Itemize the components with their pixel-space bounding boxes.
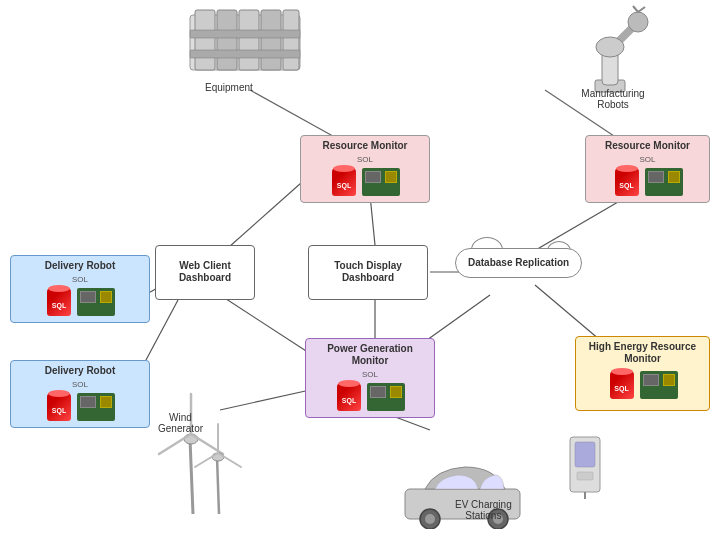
ev-car-image	[400, 459, 530, 534]
svg-line-29	[190, 439, 193, 514]
board-icon-dr1	[77, 288, 115, 316]
sql-cylinder-rm-center: SQL	[332, 168, 356, 196]
delivery-robot-1-components: SQL	[45, 286, 115, 318]
robot-arm-image	[540, 5, 660, 95]
svg-line-9	[535, 285, 600, 340]
resource-monitor-center-sol: SOL	[357, 155, 373, 164]
touch-display-box: Touch Display Dashboard	[308, 245, 428, 300]
board-icon-he	[640, 371, 678, 399]
sql-text-he: SQL	[614, 385, 628, 392]
ev-charging-label: EV ChargingStations	[455, 499, 512, 521]
svg-point-35	[212, 453, 224, 461]
svg-line-27	[633, 6, 638, 12]
sql-icon-rm-right: SQL	[613, 166, 641, 198]
web-client-box: Web Client Dashboard	[155, 245, 255, 300]
sql-icon-dr1: SQL	[45, 286, 73, 318]
svg-point-25	[628, 12, 648, 32]
high-energy-label: High Energy Resource Monitor	[580, 341, 705, 365]
wind-generator-image	[155, 389, 245, 519]
charging-station-image	[565, 427, 610, 509]
svg-point-28	[596, 37, 624, 57]
sql-icon-dr2: SQL	[45, 391, 73, 423]
svg-rect-15	[195, 10, 215, 70]
wind-generator-label: WindGenerator	[158, 412, 203, 434]
resource-monitor-center-label: Resource Monitor	[322, 140, 407, 152]
delivery-robot-2-box: Delivery Robot SOL SQL	[10, 360, 150, 428]
resource-monitor-center-box: Resource Monitor SOL SQL	[300, 135, 430, 203]
sql-text-dr1: SQL	[52, 302, 66, 309]
svg-line-33	[159, 434, 191, 454]
board-icon-dr2	[77, 393, 115, 421]
svg-point-30	[184, 434, 198, 444]
diagram-container: Equipment ManufacturingRobots Resource M…	[0, 0, 720, 559]
delivery-robot-1-box: Delivery Robot SOL SQL	[10, 255, 150, 323]
svg-line-34	[217, 457, 219, 514]
sql-cylinder-dr1: SQL	[47, 288, 71, 316]
database-replication-shape: Database Replication	[455, 248, 582, 278]
svg-point-41	[425, 514, 435, 524]
sql-cylinder-he: SQL	[610, 371, 634, 399]
power-generation-sol: SOL	[362, 370, 378, 379]
sql-text-dr2: SQL	[52, 407, 66, 414]
sql-text-rm-right: SQL	[619, 182, 633, 189]
sql-cylinder-dr2: SQL	[47, 393, 71, 421]
delivery-robot-2-label: Delivery Robot	[45, 365, 116, 377]
resource-monitor-right-label: Resource Monitor	[605, 140, 690, 152]
svg-line-4	[220, 175, 310, 255]
svg-rect-46	[577, 472, 593, 480]
svg-rect-19	[283, 10, 299, 70]
board-icon-pg	[367, 383, 405, 411]
sql-icon-rm-center: SQL	[330, 166, 358, 198]
equipment-label: Equipment	[205, 82, 253, 93]
board-icon-rm-right	[645, 168, 683, 196]
svg-line-26	[638, 7, 645, 12]
delivery-robot-2-components: SQL	[45, 391, 115, 423]
resource-monitor-right-box: Resource Monitor SOL SQL	[585, 135, 710, 203]
board-icon-rm-center	[362, 168, 400, 196]
power-generation-box: Power Generation Monitor SOL SQL	[305, 338, 435, 418]
sql-icon-pg: SQL	[335, 381, 363, 413]
sql-cylinder-pg: SQL	[337, 383, 361, 411]
touch-display-label: Touch Display Dashboard	[313, 260, 423, 284]
delivery-robot-2-sol: SOL	[72, 380, 88, 389]
svg-rect-21	[190, 50, 300, 58]
svg-rect-45	[575, 442, 595, 467]
svg-line-0	[250, 90, 340, 140]
equipment-image	[185, 5, 305, 85]
sql-cylinder-rm-right: SQL	[615, 168, 639, 196]
sql-icon-he: SQL	[608, 369, 636, 401]
svg-rect-17	[239, 10, 259, 70]
svg-rect-20	[190, 30, 300, 38]
high-energy-box: High Energy Resource Monitor SQL	[575, 336, 710, 411]
manufacturing-robots-label: ManufacturingRobots	[568, 88, 658, 110]
svg-rect-18	[261, 10, 281, 70]
delivery-robot-1-label: Delivery Robot	[45, 260, 116, 272]
power-generation-label: Power Generation Monitor	[310, 343, 430, 367]
high-energy-components: SQL	[608, 369, 678, 401]
delivery-robot-1-sol: SOL	[72, 275, 88, 284]
sql-text-pg: SQL	[342, 397, 356, 404]
resource-monitor-right-components: SQL	[613, 166, 683, 198]
sql-text-rm-center: SQL	[337, 182, 351, 189]
svg-rect-16	[217, 10, 237, 70]
web-client-label: Web Client Dashboard	[160, 260, 250, 284]
power-generation-components: SQL	[335, 381, 405, 413]
database-replication-label: Database Replication	[468, 257, 569, 268]
resource-monitor-right-sol: SOL	[639, 155, 655, 164]
database-replication-box: Database Replication	[455, 248, 582, 278]
resource-monitor-center-components: SQL	[330, 166, 400, 198]
